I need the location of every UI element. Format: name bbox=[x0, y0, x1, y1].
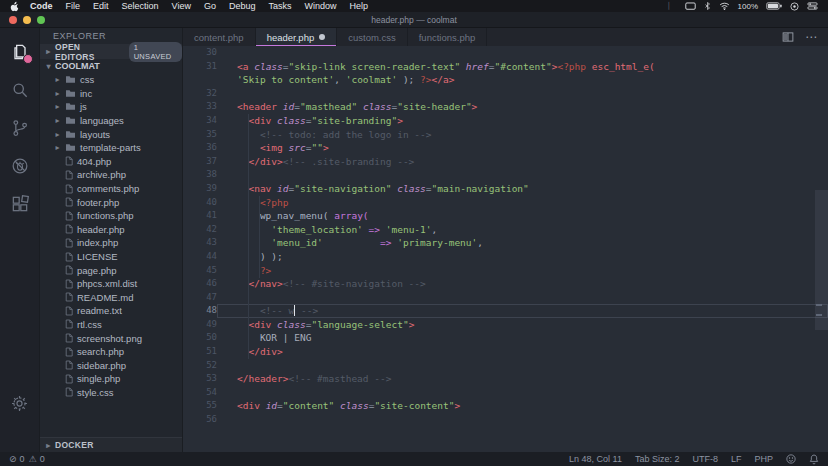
code-line-43[interactable]: 43 'menu_id' => 'primary-menu', bbox=[183, 236, 828, 250]
tree-file-index.php[interactable]: index.php bbox=[40, 236, 182, 250]
tree-file-rtl.css[interactable]: rtl.css bbox=[40, 318, 182, 332]
language-mode[interactable]: PHP bbox=[754, 454, 773, 464]
tab-content.php[interactable]: content.php bbox=[183, 28, 256, 46]
tree-folder-layouts[interactable]: ▸layouts bbox=[40, 127, 182, 141]
activitybar-debug[interactable] bbox=[0, 147, 40, 185]
tab-custom.css[interactable]: custom.css bbox=[337, 28, 408, 46]
file-name: phpcs.xml.dist bbox=[77, 278, 137, 289]
siri-icon[interactable] bbox=[790, 2, 799, 11]
tree-file-style.css[interactable]: style.css bbox=[40, 386, 182, 400]
battery-icon[interactable] bbox=[766, 2, 782, 10]
control-center-icon[interactable] bbox=[807, 2, 818, 10]
warning-indicator[interactable]: ⚠ 0 bbox=[29, 454, 45, 464]
code-line-48[interactable]: 48 <!-- w --> bbox=[183, 304, 828, 318]
tab-size-indicator[interactable]: Tab Size: 2 bbox=[635, 454, 680, 464]
menu-item-file[interactable]: File bbox=[66, 1, 81, 11]
menu-item-view[interactable]: View bbox=[172, 1, 191, 11]
code-line-54[interactable]: 54 bbox=[183, 386, 828, 400]
code-line-41[interactable]: 41 wp_nav_menu( array( bbox=[183, 209, 828, 223]
code-line-52[interactable]: 52 bbox=[183, 359, 828, 373]
close-window-button[interactable] bbox=[9, 16, 17, 24]
code-line-35[interactable]: 35 <!-- todo: add the logo in --> bbox=[183, 128, 828, 142]
tree-folder-template-parts[interactable]: ▸template-parts bbox=[40, 141, 182, 155]
code-line-55[interactable]: 55<div id="content" class="site-content"… bbox=[183, 399, 828, 413]
code-line-53[interactable]: 53</header><!-- #masthead --> bbox=[183, 372, 828, 386]
tree-file-header.php[interactable]: header.php bbox=[40, 223, 182, 237]
minimize-window-button[interactable] bbox=[23, 16, 31, 24]
tab-header.php[interactable]: header.php bbox=[256, 28, 338, 46]
menu-item-debug[interactable]: Debug bbox=[229, 1, 256, 11]
code-line-47[interactable]: 47 bbox=[183, 291, 828, 305]
menu-item-tasks[interactable]: Tasks bbox=[268, 1, 291, 11]
code-line-56[interactable]: 56 bbox=[183, 413, 828, 427]
tree-file-archive.php[interactable]: archive.php bbox=[40, 168, 182, 182]
code-line-42[interactable]: 42 'theme_location' => 'menu-1', bbox=[183, 223, 828, 237]
tree-file-screenshot.png[interactable]: screenshot.png bbox=[40, 331, 182, 345]
wifi-icon[interactable] bbox=[719, 2, 730, 10]
activitybar-explorer[interactable] bbox=[0, 33, 40, 71]
code-line-49[interactable]: 49 <div class="language-select"> bbox=[183, 318, 828, 332]
code-line-46[interactable]: 46 </nav><!-- #site-navigation --> bbox=[183, 277, 828, 291]
code-line-34[interactable]: 34 <div class="site-branding"> bbox=[183, 114, 828, 128]
tree-file-LICENSE[interactable]: LICENSE bbox=[40, 250, 182, 264]
activitybar-source-control[interactable] bbox=[0, 109, 40, 147]
open-editors-section[interactable]: ▸ OPEN EDITORS 1 UNSAVED bbox=[40, 44, 182, 59]
tree-file-readme.txt[interactable]: readme.txt bbox=[40, 304, 182, 318]
tree-file-README.md[interactable]: README.md bbox=[40, 291, 182, 305]
code-line-33[interactable]: 33<header id="masthead" class="site-head… bbox=[183, 100, 828, 114]
menu-item-go[interactable]: Go bbox=[204, 1, 216, 11]
code-line-44[interactable]: 44 ) ); bbox=[183, 250, 828, 264]
zoom-window-button[interactable] bbox=[37, 16, 45, 24]
code-line-32[interactable]: 32 bbox=[183, 87, 828, 101]
code-line-37[interactable]: 37 </div><!-- .site-branding --> bbox=[183, 155, 828, 169]
tree-folder-js[interactable]: ▸js bbox=[40, 100, 182, 114]
code-line-39[interactable]: 39 <nav id="site-navigation" class="main… bbox=[183, 182, 828, 196]
tree-folder-languages[interactable]: ▸languages bbox=[40, 114, 182, 128]
menu-item-selection[interactable]: Selection bbox=[122, 1, 159, 11]
code-line-38[interactable]: 38 bbox=[183, 168, 828, 182]
root-folder-row[interactable]: ▾ COOLMAT bbox=[40, 59, 182, 73]
tree-file-page.php[interactable]: page.php bbox=[40, 263, 182, 277]
tree-file-footer.php[interactable]: footer.php bbox=[40, 195, 182, 209]
code-line-31[interactable]: 31<a class="skip-link screen-reader-text… bbox=[183, 60, 828, 74]
activitybar-extensions[interactable] bbox=[0, 185, 40, 223]
tab-functions.php[interactable]: functions.php bbox=[408, 28, 488, 46]
apple-menu-icon[interactable] bbox=[10, 1, 20, 12]
code-line-45[interactable]: 45 ?> bbox=[183, 264, 828, 278]
tree-file-comments.php[interactable]: comments.php bbox=[40, 182, 182, 196]
tree-file-functions.php[interactable]: functions.php bbox=[40, 209, 182, 223]
tree-file-404.php[interactable]: 404.php bbox=[40, 155, 182, 169]
display-icon[interactable] bbox=[685, 2, 696, 11]
menu-item-help[interactable]: Help bbox=[350, 1, 369, 11]
code-line-51[interactable]: 51 </div> bbox=[183, 345, 828, 359]
more-actions-icon[interactable]: ⋯ bbox=[805, 32, 817, 42]
scrollbar-thumb[interactable] bbox=[815, 190, 828, 330]
bluetooth-icon[interactable] bbox=[704, 1, 711, 11]
menu-item-window[interactable]: Window bbox=[304, 1, 336, 11]
code-line-36[interactable]: 36 <img src=""> bbox=[183, 141, 828, 155]
menu-item-code[interactable]: Code bbox=[30, 1, 53, 11]
unsaved-dot-icon[interactable] bbox=[319, 34, 325, 40]
tree-file-single.php[interactable]: single.php bbox=[40, 372, 182, 386]
tree-file-sidebar.php[interactable]: sidebar.php bbox=[40, 358, 182, 372]
error-indicator[interactable]: ⊘ 0 bbox=[9, 454, 25, 464]
eol-indicator[interactable]: LF bbox=[731, 454, 742, 464]
notifications-bell[interactable] bbox=[809, 454, 819, 465]
cursor-position[interactable]: Ln 48, Col 11 bbox=[569, 454, 622, 464]
code-line-30[interactable]: 30 bbox=[183, 46, 828, 60]
tree-file-phpcs.xml.dist[interactable]: phpcs.xml.dist bbox=[40, 277, 182, 291]
code-token: "content" bbox=[283, 400, 334, 411]
tree-folder-inc[interactable]: ▸inc bbox=[40, 87, 182, 101]
code-line-50[interactable]: 50 KOR | ENG bbox=[183, 331, 828, 345]
split-editor-icon[interactable] bbox=[782, 31, 794, 43]
docker-section[interactable]: ▸ DOCKER bbox=[40, 437, 182, 452]
feedback-smiley[interactable] bbox=[786, 454, 796, 464]
code-line-wrap[interactable]: 'Skip to content', 'coolmat' ); ?></a> bbox=[183, 73, 828, 87]
tree-file-search.php[interactable]: search.php bbox=[40, 345, 182, 359]
menu-item-edit[interactable]: Edit bbox=[93, 1, 109, 11]
activitybar-settings[interactable] bbox=[0, 384, 40, 422]
tree-folder-css[interactable]: ▸css bbox=[40, 73, 182, 87]
activitybar-search[interactable] bbox=[0, 71, 40, 109]
encoding-indicator[interactable]: UTF-8 bbox=[692, 454, 718, 464]
code-line-40[interactable]: 40 <?php bbox=[183, 196, 828, 210]
